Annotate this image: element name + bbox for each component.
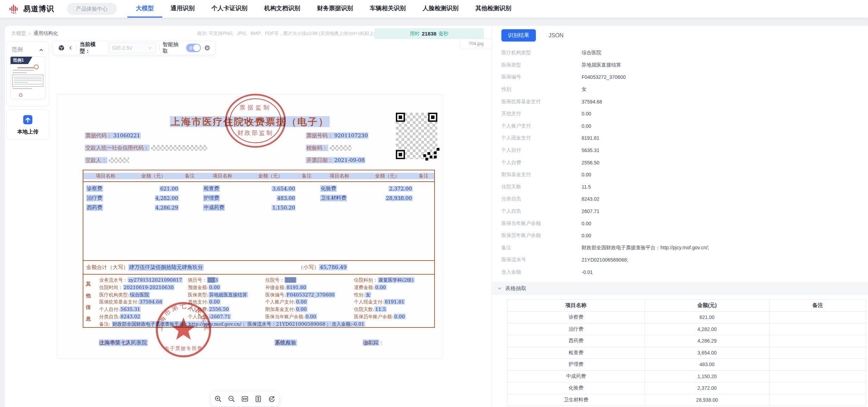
other-info-cell: 住院科别：康复医学科(2组) [354,277,432,284]
result-field-value: 8243.02 [582,196,600,202]
invoice-field-payer: 交款人： [85,157,129,164]
other-info-cell: 病历号：▒▒3 [188,277,265,284]
cell-amount: 4,286.29 [645,335,769,347]
extracted-table-row: 诊察费 621.00 [507,312,866,324]
local-upload-button[interactable]: 本地上传 [6,109,49,140]
cell-amount: 483.00 [645,359,769,371]
invoice-item: 卫生材料费28,938.00 [317,193,434,203]
smart-extract-label: 智能抽取 [163,41,183,55]
nav-tab-label: 通用识别 [171,5,195,12]
model-select[interactable]: GIE-2.5V [108,43,156,53]
collapse-left-icon[interactable] [68,44,73,52]
result-field-row: 医保统筹基金支付 37594.68 [501,95,860,108]
invoice-item [317,203,434,212]
upload-icon [22,114,33,125]
result-field-row: 个人账户支付 0.00 [501,120,860,132]
tab-recognition-result[interactable]: 识别结果 [501,29,536,42]
other-info-cell: 医疗机构类型:综合医院 [99,292,188,299]
other-info-cell: 业务流水号：zy2791512021090817 [99,277,188,284]
image-zoom-toolbar: 90 [211,392,279,406]
result-field-row: 住院天数 11.5 [501,181,860,193]
fit-height-icon[interactable] [254,395,262,403]
other-info-cell: 医保类型:异地就医直接结算 [188,292,265,299]
chevron-down-icon [497,286,502,291]
result-field-row: 附加基金支付 0.00 [501,169,860,181]
masked-value [109,157,129,163]
result-field-value: 21YD021006589068; [582,257,628,263]
invoice-field-date: 开票日期：2021-09-08 [306,157,365,164]
nav-tab-label: 个人卡证识别 [211,5,247,12]
result-field-label: 附加基金支付 [501,171,582,178]
filename-tag: 704.jpg [460,39,493,48]
cube-icon[interactable] [58,44,65,52]
zoom-in-icon[interactable] [214,395,222,403]
invoice-item: 诊察费621.00 [83,184,200,193]
invoice-image-canvas[interactable]: 上海市医疗住院收费票据（电子） 票据监制 财政部监制 票据代码：31060221… [57,94,443,358]
cell-item-name: 化验费 [507,382,645,394]
nav-tab[interactable]: 通用识别 [162,0,203,18]
toolbar-divider [159,45,159,51]
svg-text:90: 90 [270,397,273,401]
cell-item-name: 治疗费 [507,323,645,335]
other-info-cell: 住院天数:11.5 [354,306,432,314]
nav-tab-label: 人脸检测识别 [423,5,458,12]
nav-tab[interactable]: 大模型 [127,0,162,18]
upload-label: 本地上传 [17,129,38,135]
nav-tab[interactable]: 机构文档识别 [256,0,309,18]
example-thumbnail[interactable]: 范例1 [10,56,45,99]
logo-soundwave-icon [8,3,20,15]
result-field-label: 医疗机构类型 [501,50,582,56]
invoice-footer-row: 收款单位（章）：上海市第七人民医院 复核人：系统核验 收款人：,p132 [57,339,442,348]
nav-tab[interactable]: 个人卡证识别 [203,0,256,18]
breadcrumb-parent[interactable]: 大模型 [11,30,26,37]
result-field-value: 异地就医直接结算 [582,62,621,68]
examples-panel: 范例 范例1 [6,42,49,106]
result-field-label: 个人自负 [501,208,582,214]
other-info-side-label: 其他信息 [86,278,94,325]
cell-note [769,347,866,359]
result-field-label: 医保统筹基金支付 [501,99,582,105]
result-field-value: 2607.71 [582,208,600,214]
nav-tab[interactable]: 财务票据识别 [309,0,361,18]
table-extract-section-header[interactable]: 表格抽取 [492,282,868,295]
experience-center-button[interactable]: 产品体验中心 [67,3,117,15]
result-field-label: 医保流水号 [501,257,582,263]
result-field-row: 个人自付 5635.31 [501,144,860,157]
breadcrumb-separator: › [29,31,31,36]
result-field-row: 备注 财政部全国财政电子票据查验平台：http://pjcy.mof.gov.c… [501,242,860,254]
chevron-up-icon[interactable] [38,47,44,53]
invoice-items-header: 项目名称金额（元）备注 项目名称金额（元）备注 项目名称金额（元）备注 [83,170,434,182]
zoom-out-icon[interactable] [228,395,235,403]
nav-tab-label: 大模型 [136,5,154,12]
invoice-field-number: 票据号码：9201107230 [306,132,368,139]
column-header-amount: 金额(元) [645,300,769,312]
result-field-label: 医保当年账户余额 [501,220,582,227]
nav-tab[interactable]: 其他检测识别 [467,0,520,18]
fit-width-icon[interactable] [241,395,249,403]
result-field-row: 含入金额 -0.01 [501,266,860,278]
result-field-label: 个人账户支付 [501,123,582,129]
toggle-knob [193,44,200,51]
extracted-table-row: 治疗费 4,282.00 [507,323,866,335]
top-navbar: 易道博识 产品体验中心 大模型 通用识别 个人卡证识别 机构文档识别 财务票据识… [0,0,868,18]
rotate-90-icon[interactable]: 90 [268,395,275,403]
invoice-item: 检查费3,654.00 [200,184,317,193]
column-header-note: 备注 [769,300,866,312]
result-field-label: 性别 [501,86,582,93]
extracted-table-row: 西药费 4,286.29 [507,335,866,347]
other-info-cell: 住院时间：20210619-20210630 [99,284,188,292]
nav-tab[interactable]: 人脸检测识别 [414,0,467,18]
smart-extract-toggle[interactable]: 开 [186,44,201,52]
gear-icon[interactable]: ⚙ [204,44,210,51]
svg-text:电子票据专用章: 电子票据专用章 [164,345,203,351]
result-field-value: 2556.50 [582,160,600,165]
cell-item-name: 护理费 [507,359,645,371]
cell-item-name: 卫生材料费 [507,394,645,406]
other-info-cell: 医保历年账户余额:0.00 [354,314,432,321]
elapsed-time-badge: 用时 21838 毫秒 [374,28,484,39]
brand-logo[interactable]: 易道博识 [8,3,54,15]
tab-json[interactable]: JSON [549,32,564,39]
result-field-row: 医保历年账户余额 0.00 [501,230,860,242]
invoice-items-body: 诊察费621.00 检查费3,654.00 化验费2,372.00 治疗费4,2… [83,182,434,212]
nav-tab[interactable]: 车辆相关识别 [361,0,414,18]
